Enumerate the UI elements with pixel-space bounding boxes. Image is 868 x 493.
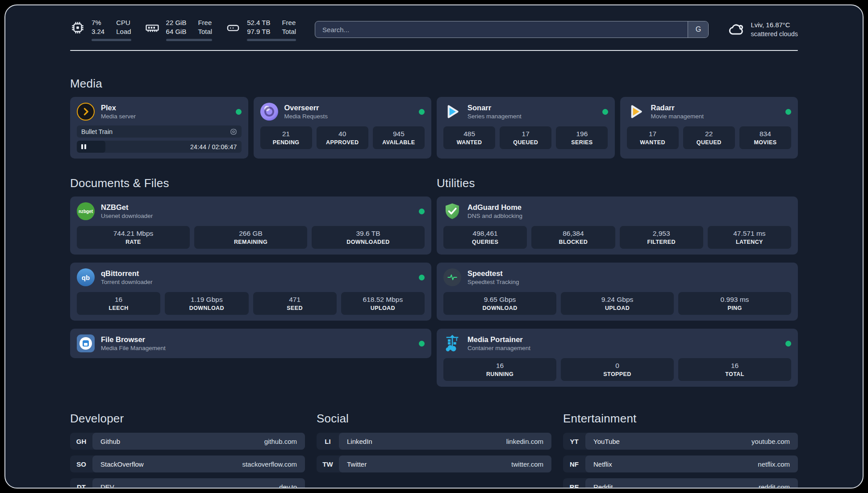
stat-tile: 39.6 TB DOWNLOADED xyxy=(312,226,425,249)
link-name: StackOverflow xyxy=(100,460,144,468)
section-title-entertainment: Entertainment xyxy=(563,412,798,426)
dashboard-frame: 7% 3.24 CPU Load xyxy=(4,4,864,489)
search-engine-button[interactable]: G xyxy=(688,21,708,38)
plex-icon xyxy=(77,103,95,121)
ram-icon xyxy=(145,20,160,35)
section-title-documents: Documents & Files xyxy=(70,176,431,190)
entertainment-column: Entertainment YT YouTube youtube.com NF … xyxy=(563,412,798,489)
card-filebrowser[interactable]: File Browser Media File Management xyxy=(70,329,431,358)
disk-free-value: 52.4 TB xyxy=(247,18,270,27)
cpu-load-label: Load xyxy=(116,27,131,36)
disk-progress-bar xyxy=(247,39,296,41)
card-overseerr[interactable]: Overseerr Media Requests 21 PENDING 40 A… xyxy=(254,97,432,159)
overseerr-subtitle: Media Requests xyxy=(284,113,328,121)
stat-tile: 471 SEED xyxy=(253,292,337,315)
nzbget-icon: nzbget xyxy=(77,202,95,220)
card-qbittorrent[interactable]: qb qBittorrent Torrent downloader 16 LEE… xyxy=(70,263,431,321)
stat-tile: 498,461 QUERIES xyxy=(443,226,527,249)
stat-tile: 17 WANTED xyxy=(627,126,679,149)
ram-total-value: 64 GiB xyxy=(166,27,187,36)
radarr-status-dot xyxy=(785,109,791,115)
card-adguard[interactable]: AdGuard Home DNS and adblocking 498,461 … xyxy=(437,196,798,255)
search-bar: G xyxy=(315,21,709,38)
section-title-media: Media xyxy=(70,77,798,91)
stat-tile: 16 LEECH xyxy=(77,292,160,315)
stat-tile: 40 APPROVED xyxy=(317,126,368,149)
card-plex[interactable]: Plex Media server Bullet Train 24:44 / 0… xyxy=(70,97,248,159)
qbittorrent-icon: qb xyxy=(77,268,95,286)
sonarr-icon xyxy=(443,103,461,121)
middle-columns: Documents & Files nzbget NZBGet Usenet d… xyxy=(70,176,798,387)
link-row-youtube[interactable]: YT YouTube youtube.com xyxy=(563,433,798,450)
link-name: DEV xyxy=(100,483,114,489)
link-url: linkedin.com xyxy=(506,438,543,445)
card-radarr[interactable]: Radarr Movie management 17 WANTED 22 QUE… xyxy=(620,97,798,159)
qbittorrent-subtitle: Torrent downloader xyxy=(101,278,153,286)
link-url: dev.to xyxy=(279,483,297,489)
link-row-reddit[interactable]: RE Reddit reddit.com xyxy=(563,478,798,489)
cpu-metric: 7% 3.24 CPU Load xyxy=(70,18,131,41)
disk-total-label: Total xyxy=(282,27,296,36)
now-playing-row: Bullet Train xyxy=(77,125,242,138)
radarr-icon xyxy=(627,103,645,121)
header-divider xyxy=(70,50,798,51)
settings-icon[interactable] xyxy=(230,128,237,135)
link-name: YouTube xyxy=(593,438,620,445)
link-name: Reddit xyxy=(593,483,613,489)
stat-tile: 16 RUNNING xyxy=(443,358,556,381)
ram-free-label: Free xyxy=(198,18,212,27)
link-row-linkedin[interactable]: LI LinkedIn linkedin.com xyxy=(317,433,551,450)
weather-condition: scattered clouds xyxy=(751,29,798,38)
link-row-netflix[interactable]: NF Netflix netflix.com xyxy=(563,455,798,472)
card-speedtest[interactable]: Speedtest Speedtest Tracking 9.65 Gbps D… xyxy=(437,263,798,321)
cloud-icon xyxy=(727,21,745,38)
card-portainer[interactable]: Media Portainer Container management 16 … xyxy=(437,329,798,387)
portainer-status-dot xyxy=(785,341,791,347)
disk-metric: 52.4 TB 97.9 TB Free Total xyxy=(225,18,296,41)
link-row-twitter[interactable]: TW Twitter twitter.com xyxy=(317,455,551,472)
portainer-icon xyxy=(443,334,461,352)
stat-tile: 266 GB REMAINING xyxy=(194,226,307,249)
stat-tile: 21 PENDING xyxy=(260,126,312,149)
stat-tile: 2,953 FILTERED xyxy=(620,226,703,249)
filebrowser-subtitle: Media File Management xyxy=(101,344,166,352)
weather-widget: Lviv, 16.87°C scattered clouds xyxy=(727,21,798,38)
abbr-badge: GH xyxy=(70,433,92,450)
pause-icon[interactable] xyxy=(77,141,105,153)
card-sonarr[interactable]: Sonarr Series management 485 WANTED 17 Q… xyxy=(437,97,615,159)
disk-total-value: 97.9 TB xyxy=(247,27,270,36)
abbr-badge: RE xyxy=(563,478,585,489)
link-name: LinkedIn xyxy=(347,438,372,445)
stat-tile: 22 QUEUED xyxy=(683,126,735,149)
link-row-dev[interactable]: DT DEV dev.to xyxy=(70,478,305,489)
stat-tile: 17 QUEUED xyxy=(500,126,551,149)
abbr-badge: TW xyxy=(317,455,339,472)
ram-progress-bar xyxy=(166,39,213,41)
link-name: Netflix xyxy=(593,460,612,468)
social-column: Social LI LinkedIn linkedin.com TW Twitt… xyxy=(317,412,551,472)
search-input[interactable] xyxy=(315,21,688,38)
cpu-usage-label: CPU xyxy=(116,18,131,27)
stat-tile: 86,384 BLOCKED xyxy=(531,226,615,249)
qbittorrent-title: qBittorrent xyxy=(101,269,153,278)
stat-tile: 47.571 ms LATENCY xyxy=(708,226,791,249)
cpu-icon xyxy=(70,20,85,35)
stat-tile: 0 STOPPED xyxy=(561,358,674,381)
plex-subtitle: Media server xyxy=(101,113,136,121)
card-nzbget[interactable]: nzbget NZBGet Usenet downloader 744.21 M… xyxy=(70,196,431,255)
player-progress[interactable]: 24:44 / 02:06:47 xyxy=(77,141,242,153)
link-url: netflix.com xyxy=(758,460,790,468)
stat-tile: 16 TOTAL xyxy=(678,358,791,381)
nzbget-title: NZBGet xyxy=(101,203,153,212)
portainer-subtitle: Container management xyxy=(467,344,530,352)
stat-tile: 0.993 ms PING xyxy=(678,292,791,315)
weather-location-temp: Lviv, 16.87°C xyxy=(751,21,798,29)
links-section: Developer GH Github github.com SO StackO… xyxy=(70,412,798,489)
link-row-github[interactable]: GH Github github.com xyxy=(70,433,305,450)
stat-tile: 945 AVAILABLE xyxy=(373,126,425,149)
link-row-stackoverflow[interactable]: SO StackOverflow stackoverflow.com xyxy=(70,455,305,472)
radarr-subtitle: Movie management xyxy=(651,113,704,121)
link-url: twitter.com xyxy=(511,460,543,468)
speedtest-subtitle: Speedtest Tracking xyxy=(467,278,519,286)
link-name: Github xyxy=(100,438,120,445)
